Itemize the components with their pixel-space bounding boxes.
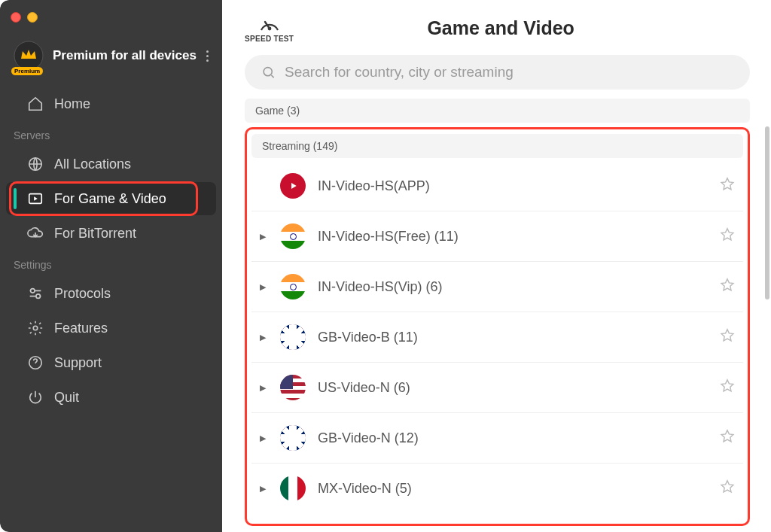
server-name: MX-Video-N (5): [318, 481, 707, 497]
gear-icon: [27, 320, 44, 336]
favorite-star-icon[interactable]: [719, 378, 736, 397]
favorite-star-icon[interactable]: [719, 327, 736, 347]
scrollbar-thumb[interactable]: [765, 126, 769, 299]
svg-point-5: [33, 326, 38, 330]
flag-mx-icon: [280, 476, 306, 501]
server-list: IN-Video-HS(APP) ▶ IN-Video-HS(Free) (11…: [251, 161, 743, 513]
favorite-star-icon[interactable]: [719, 226, 736, 246]
search-input[interactable]: [285, 64, 733, 81]
server-row[interactable]: ▶ GB-Video-B (11): [251, 312, 743, 363]
sidebar-item-bittorrent[interactable]: For BitTorrent: [6, 217, 216, 250]
sidebar-item-all-locations[interactable]: All Locations: [6, 147, 216, 181]
sidebar-item-support[interactable]: Support: [6, 346, 216, 379]
flag-gb-icon: [280, 324, 306, 350]
sidebar-item-label: For Game & Video: [54, 191, 166, 207]
svg-point-3: [31, 289, 35, 293]
speed-test-button[interactable]: SPEED TEST: [245, 14, 294, 43]
expand-arrow-icon[interactable]: ▶: [258, 433, 268, 443]
sidebar-nav: Home Servers All Locations For Game & Vi…: [0, 87, 222, 430]
sidebar-item-label: Quit: [54, 390, 79, 406]
minimize-window-button[interactable]: [27, 12, 38, 23]
main-header: SPEED TEST Game and Video: [245, 14, 750, 43]
sidebar-item-label: Home: [54, 96, 90, 112]
section-settings: Settings: [0, 251, 222, 275]
server-name: US-Video-N (6): [318, 380, 707, 396]
svg-point-4: [36, 294, 40, 299]
expand-arrow-icon[interactable]: ▶: [258, 383, 268, 393]
section-servers: Servers: [0, 122, 222, 146]
expand-arrow-icon[interactable]: ▶: [258, 232, 268, 242]
power-icon: [27, 389, 44, 406]
server-row[interactable]: ▶ IN-Video-HS(Free) (11): [251, 211, 743, 262]
sidebar-item-label: All Locations: [54, 157, 131, 172]
server-name: IN-Video-HS(Vip) (6): [318, 279, 707, 295]
highlight-annotation-main: Streaming (149) IN-Video-HS(APP) ▶ IN-Vi…: [245, 127, 750, 526]
main-panel: SPEED TEST Game and Video Game (3) Strea…: [222, 0, 771, 532]
server-row[interactable]: ▶ GB-Video-N (12): [251, 413, 743, 464]
play-square-icon: [27, 190, 44, 207]
home-icon: [27, 96, 44, 112]
active-accent: [14, 188, 17, 209]
expand-arrow-icon[interactable]: ▶: [258, 484, 268, 494]
server-row[interactable]: ▶ MX-Video-N (5): [251, 464, 743, 513]
svg-point-8: [264, 68, 272, 76]
server-name: IN-Video-HS(Free) (11): [318, 229, 707, 245]
gauge-icon: [258, 14, 281, 33]
server-name: GB-Video-N (12): [318, 430, 707, 446]
close-window-button[interactable]: [11, 12, 21, 23]
favorite-star-icon[interactable]: [719, 479, 736, 498]
flag-us-icon: [280, 375, 306, 400]
page-title: Game and Video: [294, 17, 708, 39]
expand-arrow-icon[interactable]: ▶: [258, 333, 268, 342]
sidebar-item-label: For BitTorrent: [54, 226, 136, 242]
flag-in-icon: [280, 223, 306, 249]
sidebar-item-label: Support: [54, 355, 102, 371]
favorite-star-icon[interactable]: [719, 277, 736, 296]
scrollbar[interactable]: [765, 126, 769, 517]
sidebar-item-label: Features: [54, 321, 108, 336]
premium-badge: Premium: [11, 67, 43, 75]
globe-icon: [27, 156, 44, 172]
window-controls: [0, 6, 222, 29]
sidebar-item-protocols[interactable]: Protocols: [6, 277, 216, 310]
sidebar-item-home[interactable]: Home: [6, 87, 216, 120]
app-icon: [280, 173, 306, 199]
server-name: IN-Video-HS(APP): [318, 178, 707, 194]
sidebar: Premium Premium for all devices Home Ser…: [0, 0, 222, 532]
favorite-star-icon[interactable]: [719, 176, 736, 196]
account-header: Premium Premium for all devices: [0, 29, 222, 87]
expand-arrow-icon[interactable]: ▶: [258, 282, 268, 292]
download-cloud-icon: [27, 225, 44, 242]
speed-test-label: SPEED TEST: [245, 35, 294, 43]
flag-in-icon: [280, 274, 306, 299]
server-row[interactable]: ▶ IN-Video-HS(Vip) (6): [251, 262, 743, 312]
account-title: Premium for all devices: [53, 48, 197, 63]
search-bar[interactable]: [245, 55, 750, 90]
sidebar-item-features[interactable]: Features: [6, 312, 216, 345]
server-row[interactable]: IN-Video-HS(APP): [251, 161, 743, 211]
sidebar-item-label: Protocols: [54, 286, 111, 302]
crown-icon: Premium: [14, 41, 44, 71]
sidebar-item-game-video[interactable]: For Game & Video: [6, 182, 216, 215]
favorite-star-icon[interactable]: [719, 428, 736, 448]
sliders-icon: [27, 285, 44, 302]
menu-kebab-icon[interactable]: [206, 50, 209, 62]
server-row[interactable]: ▶ US-Video-N (6): [251, 363, 743, 413]
help-icon: [27, 354, 44, 371]
group-streaming[interactable]: Streaming (149): [251, 134, 743, 158]
search-icon: [261, 65, 276, 80]
group-game[interactable]: Game (3): [245, 99, 750, 123]
sidebar-item-quit[interactable]: Quit: [6, 381, 216, 414]
flag-gb-icon: [280, 425, 306, 451]
server-name: GB-Video-B (11): [318, 330, 707, 345]
